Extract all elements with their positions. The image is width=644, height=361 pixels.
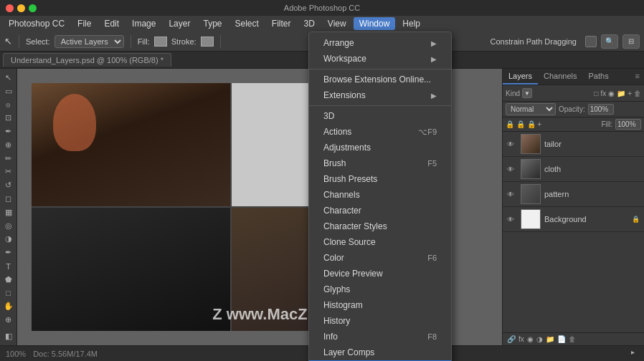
dd-item-label: Actions [323, 127, 351, 137]
dd-item-workspace[interactable]: Workspace▶ [309, 51, 451, 67]
dd-item-label: Clone Source [323, 237, 376, 247]
dd-item-label: Layer Comps [323, 347, 374, 357]
dd-item-label: Browse Extensions Online... [323, 74, 431, 85]
dd-item-adjustments[interactable]: Adjustments [309, 140, 451, 155]
dd-item-device-preview[interactable]: Device Preview [309, 266, 451, 281]
dd-shortcut: F8 [427, 332, 437, 341]
dd-item-layer-comps[interactable]: Layer Comps [309, 345, 451, 360]
dd-shortcut: ⌥F9 [418, 127, 437, 137]
dd-item-3d[interactable]: 3D [309, 108, 451, 124]
dd-item-label: Brush Presets [323, 174, 377, 184]
dd-item-arrange[interactable]: Arrange▶ [309, 35, 451, 51]
dd-item-extensions[interactable]: Extensions▶ [309, 87, 451, 103]
dd-item-label: Color [323, 253, 344, 263]
dd-item-label: Brush [323, 158, 346, 168]
dd-item-label: Extensions [323, 90, 366, 100]
dd-item-channels[interactable]: Channels [309, 187, 451, 203]
submenu-arrow-icon: ▶ [431, 92, 437, 100]
dd-item-info[interactable]: InfoF8 [309, 329, 451, 345]
dd-item-label: Workspace [323, 54, 366, 64]
dd-item-label: Character [323, 206, 361, 216]
dd-item-label: Histogram [323, 300, 363, 310]
dd-item-brush-presets[interactable]: Brush Presets [309, 171, 451, 187]
dd-item-label: 3D [323, 111, 334, 121]
window-menu-dropdown: Arrange▶Workspace▶Browse Extensions Onli… [308, 32, 452, 361]
dd-item-clone-source[interactable]: Clone Source [309, 234, 451, 250]
dd-item-label: Arrange [323, 38, 354, 48]
dd-item-glyphs[interactable]: Glyphs [309, 281, 451, 297]
dd-item-label: Glyphs [323, 284, 350, 294]
dd-sep-5 [309, 105, 451, 106]
dd-item-label: Channels [323, 190, 360, 200]
submenu-arrow-icon: ▶ [431, 55, 437, 63]
dd-item-label: History [323, 316, 350, 326]
dd-item-label: Device Preview [323, 269, 383, 279]
dd-item-label: Info [323, 332, 338, 342]
dd-item-browse-extensions-online...[interactable]: Browse Extensions Online... [309, 72, 451, 87]
submenu-arrow-icon: ▶ [431, 39, 437, 47]
dd-shortcut: F6 [427, 254, 437, 262]
dd-item-history[interactable]: History [309, 313, 451, 329]
dd-item-histogram[interactable]: Histogram [309, 297, 451, 313]
dd-sep-2 [309, 69, 451, 69]
dropdown-overlay[interactable]: Arrange▶Workspace▶Browse Extensions Onli… [0, 0, 644, 361]
dd-item-character-styles[interactable]: Character Styles [309, 218, 451, 234]
dd-item-character[interactable]: Character [309, 203, 451, 218]
dd-item-brush[interactable]: BrushF5 [309, 155, 451, 171]
dd-item-actions[interactable]: Actions⌥F9 [309, 124, 451, 140]
dd-item-label: Adjustments [323, 143, 371, 153]
dd-item-label: Character Styles [323, 221, 387, 231]
dd-shortcut: F5 [427, 159, 437, 168]
dd-item-color[interactable]: ColorF6 [309, 250, 451, 266]
